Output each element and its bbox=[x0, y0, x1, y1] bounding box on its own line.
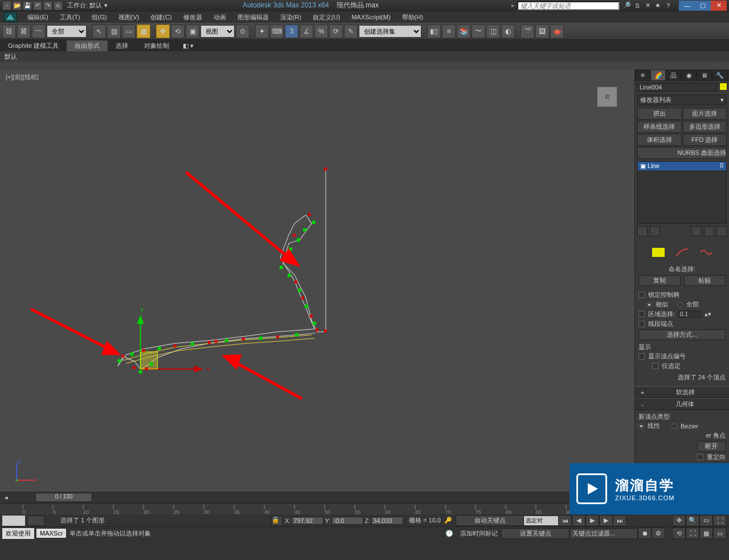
hierarchy-tab-icon[interactable]: 品 bbox=[666, 70, 681, 81]
select-by-button[interactable]: 选择方式... bbox=[638, 329, 726, 340]
unlink-icon[interactable]: ⛓̸ bbox=[17, 24, 31, 38]
bind-spacewarp-icon[interactable]: 〰 bbox=[32, 24, 46, 38]
track-bar-toggle-icon[interactable]: ◂ bbox=[0, 494, 13, 501]
time-tag-icon[interactable]: 🔑 bbox=[444, 517, 456, 524]
maxscript-mini-listener[interactable]: MAXScr bbox=[36, 529, 66, 538]
binoculars-icon[interactable]: 🔎 bbox=[623, 2, 631, 10]
time-ruler[interactable]: 0510152025303540455055606570758085909510… bbox=[0, 503, 634, 514]
all-radio[interactable] bbox=[677, 302, 683, 308]
copy-button[interactable]: 复制 bbox=[638, 275, 681, 286]
key-mode-icon[interactable]: ⏺ bbox=[638, 528, 652, 539]
menu-edit[interactable]: 编辑(E) bbox=[22, 13, 54, 22]
script-listener-icon[interactable] bbox=[27, 516, 44, 526]
modify-tab-icon[interactable]: 🌈 bbox=[650, 70, 666, 81]
make-unique-icon[interactable] bbox=[691, 226, 702, 236]
viewcube[interactable]: 前 bbox=[597, 87, 617, 107]
patch-select-button[interactable]: 面片选择 bbox=[683, 108, 727, 120]
new-icon[interactable]: ▫ bbox=[2, 1, 11, 10]
close-button[interactable]: ✕ bbox=[711, 1, 727, 11]
window-crossing-icon[interactable]: ▦ bbox=[137, 24, 150, 38]
nurbs-select-button[interactable]: NURBS 曲面选择 bbox=[637, 147, 727, 159]
render-icon[interactable]: 🫖 bbox=[550, 24, 564, 38]
align-icon[interactable]: ≡ bbox=[442, 24, 456, 38]
remove-modifier-icon[interactable] bbox=[704, 226, 714, 236]
utilities-tab-icon[interactable]: 🔧 bbox=[712, 70, 727, 81]
help-icon[interactable]: ? bbox=[664, 2, 672, 10]
show-vertex-numbers-checkbox[interactable] bbox=[638, 353, 645, 359]
x-coord-input[interactable] bbox=[292, 517, 323, 525]
menu-maxscript[interactable]: MAXScript(M) bbox=[346, 14, 396, 21]
use-pivot-icon[interactable]: ⊙ bbox=[236, 24, 249, 38]
render-setup-icon[interactable]: 🎬 bbox=[521, 24, 534, 38]
menu-views[interactable]: 视图(V) bbox=[113, 13, 145, 22]
rendered-frame-icon[interactable]: 🖼 bbox=[535, 24, 549, 38]
object-name-field[interactable]: Line004 bbox=[637, 83, 718, 92]
selected-filter[interactable]: 选定对 bbox=[524, 516, 558, 525]
schematic-view-icon[interactable]: ◫ bbox=[486, 24, 500, 38]
menu-tools[interactable]: 工具(T) bbox=[54, 13, 86, 22]
pan-icon[interactable]: ✥ bbox=[672, 515, 686, 526]
select-manipulate-icon[interactable]: ✦ bbox=[255, 24, 269, 38]
layers-icon[interactable]: 📚 bbox=[457, 24, 470, 38]
orbit-icon[interactable]: ⟲ bbox=[672, 528, 686, 539]
ffd-select-button[interactable]: FFD 选择 bbox=[683, 134, 727, 146]
move-icon[interactable]: ✥ bbox=[156, 24, 170, 38]
spinner-snap-icon[interactable]: ⟳ bbox=[329, 24, 343, 38]
goto-start-icon[interactable]: ⏮ bbox=[558, 515, 572, 526]
zoom-extents-icon[interactable]: ⛶ bbox=[713, 515, 727, 526]
percent-snap-icon[interactable]: % bbox=[314, 24, 328, 38]
snap-toggle-icon[interactable]: 3 bbox=[285, 24, 298, 38]
auto-key-button[interactable]: 自动关键点 bbox=[456, 515, 524, 526]
stack-item-line[interactable]: ▣ Line⠿ bbox=[638, 162, 726, 170]
rotate-icon[interactable]: ⟲ bbox=[171, 24, 185, 38]
workspace-selector[interactable]: 工作台: 默认 ▾ bbox=[63, 1, 112, 10]
alike-radio[interactable] bbox=[646, 302, 652, 308]
menu-create[interactable]: 创建(C) bbox=[145, 13, 177, 22]
object-color-swatch[interactable] bbox=[719, 83, 727, 91]
selected-only-checkbox[interactable] bbox=[652, 363, 658, 369]
time-slider-bar[interactable]: ◂ 0 / 100 bbox=[0, 492, 634, 503]
display-tab-icon[interactable]: 🖥 bbox=[697, 70, 712, 81]
key-filters-button[interactable]: 关键点过滤器... bbox=[570, 528, 638, 539]
menu-animation[interactable]: 动画 bbox=[208, 13, 232, 22]
configure-sets-icon[interactable] bbox=[716, 226, 727, 236]
goto-end-icon[interactable]: ⏭ bbox=[613, 515, 626, 526]
vol-select-button[interactable]: 体积选择 bbox=[637, 134, 682, 146]
linear-radio[interactable] bbox=[638, 423, 644, 429]
motion-tab-icon[interactable]: ◉ bbox=[681, 70, 697, 81]
menu-render[interactable]: 渲染(R) bbox=[275, 13, 307, 22]
viewport-label[interactable]: [+][前][线框] bbox=[6, 73, 39, 81]
zoom-all-icon[interactable]: ▦ bbox=[699, 528, 713, 539]
fov-icon[interactable]: ▭ bbox=[699, 515, 713, 526]
modifier-list-dropdown[interactable]: 修改器列表▾ bbox=[637, 95, 727, 105]
scale-icon[interactable]: ▣ bbox=[186, 24, 199, 38]
ribbon-tab-selection[interactable]: 选择 bbox=[108, 40, 136, 51]
angle-snap-icon[interactable]: ∠ bbox=[300, 24, 313, 38]
bezier-radio[interactable] bbox=[671, 423, 677, 429]
extrude-button[interactable]: 挤出 bbox=[637, 108, 682, 120]
undo-icon[interactable]: ↶ bbox=[33, 1, 42, 10]
set-key-button[interactable]: 设置关键点 bbox=[501, 528, 570, 539]
time-config-btn-icon[interactable]: ⚙ bbox=[652, 528, 665, 539]
menu-help[interactable]: 帮助(H) bbox=[396, 13, 429, 22]
segment-end-checkbox[interactable] bbox=[638, 321, 645, 327]
exchange-icon[interactable]: ✕ bbox=[644, 2, 652, 10]
z-coord-input[interactable] bbox=[371, 517, 403, 525]
select-link-icon[interactable]: ⛓ bbox=[2, 24, 16, 38]
reorient-checkbox[interactable] bbox=[697, 454, 703, 460]
geometry-rollout[interactable]: -几何体 bbox=[635, 399, 729, 410]
spline-subobject-icon[interactable] bbox=[700, 248, 712, 257]
selection-filter[interactable]: 全部 bbox=[47, 25, 87, 38]
ribbon-tab-graphite[interactable]: Graphite 建模工具 bbox=[0, 40, 67, 51]
ribbon-expand-icon[interactable]: ◧ ▾ bbox=[177, 42, 199, 50]
y-coord-input[interactable] bbox=[331, 517, 363, 525]
viewport[interactable]: [+][前][线框] 前 y x bbox=[0, 70, 634, 492]
select-region-icon[interactable]: ▭ bbox=[122, 24, 136, 38]
show-end-result-icon[interactable] bbox=[650, 226, 660, 236]
time-config-icon[interactable]: 🕐 bbox=[445, 530, 457, 537]
time-slider[interactable]: 0 / 100 bbox=[35, 493, 92, 502]
area-spinner[interactable]: 0.1 bbox=[678, 310, 701, 318]
minimize-button[interactable]: — bbox=[679, 1, 695, 11]
modifier-stack[interactable]: ▣ Line⠿ bbox=[637, 161, 727, 224]
menu-group[interactable]: 组(G) bbox=[86, 13, 113, 22]
